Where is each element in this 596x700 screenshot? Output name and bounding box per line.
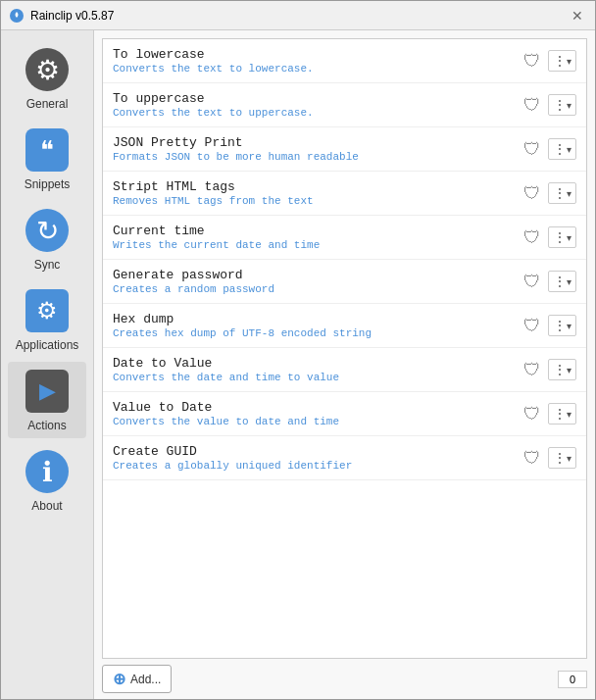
sidebar-icon-actions [24, 368, 71, 415]
dots-icon: ⋮ [553, 450, 566, 466]
content-area: To lowercase Converts the text to lowerc… [94, 30, 595, 699]
list-item[interactable]: Stript HTML tags Removes HTML tags from … [103, 172, 586, 216]
list-item-desc-2: Formats JSON to be more human readable [113, 151, 521, 163]
list-item-actions-8: 🛡 ⋮ ▾ [521, 402, 576, 425]
list-item-text-7: Date to Value Converts the date and time… [113, 356, 521, 383]
title-bar-title: Rainclip v0.5.87 [30, 9, 114, 23]
dots-icon: ⋮ [553, 274, 566, 289]
sidebar-label-snippets: Snippets [25, 177, 71, 191]
menu-button-2[interactable]: ⋮ ▾ [548, 138, 576, 160]
sidebar-label-applications: Applications [16, 338, 79, 352]
list-item-text-2: JSON Pretty Print Formats JSON to be mor… [113, 135, 521, 163]
menu-button-7[interactable]: ⋮ ▾ [548, 359, 576, 380]
add-icon: ⊕ [113, 670, 125, 688]
play-icon [25, 370, 69, 413]
menu-button-1[interactable]: ⋮ ▾ [548, 94, 576, 116]
list-item-actions-6: 🛡 ⋮ ▾ [521, 314, 576, 337]
shield-icon: 🛡 [521, 358, 544, 381]
list-item-actions-9: 🛡 ⋮ ▾ [521, 446, 576, 470]
list-item[interactable]: Date to Value Converts the date and time… [103, 348, 586, 392]
list-item-text-6: Hex dump Creates hex dump of UTF-8 encod… [113, 312, 521, 339]
title-bar: Rainclip v0.5.87 ✕ [1, 1, 595, 30]
menu-button-4[interactable]: ⋮ ▾ [548, 226, 576, 248]
dots-icon: ⋮ [553, 53, 566, 69]
dots-icon: ⋮ [553, 141, 566, 157]
chevron-icon: ▾ [567, 232, 571, 243]
list-item-text-4: Current time Writes the current date and… [113, 224, 521, 251]
chevron-icon: ▾ [567, 409, 571, 420]
list-item-desc-0: Converts the text to lowercase. [113, 63, 521, 75]
sidebar-item-sync[interactable]: Sync [8, 201, 86, 277]
list-item-actions-3: 🛡 ⋮ ▾ [521, 181, 576, 205]
list-item-text-9: Create GUID Creates a globally uniqued i… [113, 444, 521, 472]
shield-icon: 🛡 [521, 402, 544, 425]
list-item[interactable]: To uppercase Converts the text to upperc… [103, 83, 586, 127]
sidebar-item-actions[interactable]: Actions [8, 362, 86, 438]
chevron-icon: ▾ [567, 100, 571, 111]
chevron-icon: ▾ [567, 365, 571, 375]
sidebar-item-general[interactable]: General [8, 40, 86, 117]
shield-icon: 🛡 [521, 225, 544, 249]
close-button[interactable]: ✕ [568, 6, 587, 25]
list-item[interactable]: Current time Writes the current date and… [103, 216, 586, 260]
list-item-title-7: Date to Value [113, 356, 521, 371]
list-item-desc-4: Writes the current date and time [113, 239, 521, 251]
list-item[interactable]: Generate password Creates a random passw… [103, 260, 586, 304]
list-item-desc-1: Converts the text to uppercase. [113, 107, 521, 119]
shield-icon: 🛡 [521, 137, 544, 161]
shield-icon: 🛡 [521, 446, 544, 470]
sidebar-item-snippets[interactable]: Snippets [8, 121, 86, 197]
chevron-icon: ▾ [567, 144, 571, 155]
list-item[interactable]: Create GUID Creates a globally uniqued i… [103, 436, 586, 480]
list-item-text-8: Value to Date Converts the value to date… [113, 400, 521, 427]
list-item-text-0: To lowercase Converts the text to lowerc… [113, 47, 521, 75]
list-item[interactable]: Hex dump Creates hex dump of UTF-8 encod… [103, 304, 586, 348]
add-button[interactable]: ⊕ Add... [102, 665, 172, 693]
list-item-actions-7: 🛡 ⋮ ▾ [521, 358, 576, 381]
sidebar-label-sync: Sync [34, 258, 61, 272]
list-item-title-3: Stript HTML tags [113, 179, 521, 194]
main-window: Rainclip v0.5.87 ✕ General Snippets [0, 0, 596, 700]
chevron-icon: ▾ [567, 188, 571, 199]
menu-button-6[interactable]: ⋮ ▾ [548, 315, 576, 336]
list-item-title-4: Current time [113, 224, 521, 238]
main-content: General Snippets Sync Appl [1, 30, 595, 699]
sidebar-item-applications[interactable]: Applications [8, 281, 86, 358]
menu-button-8[interactable]: ⋮ ▾ [548, 403, 576, 425]
list-item-actions-5: 🛡 ⋮ ▾ [521, 270, 576, 293]
menu-button-5[interactable]: ⋮ ▾ [548, 271, 576, 292]
shield-icon: 🛡 [521, 181, 544, 205]
list-item[interactable]: To lowercase Converts the text to lowerc… [103, 39, 586, 83]
list-item-title-6: Hex dump [113, 312, 521, 326]
sidebar-item-about[interactable]: About [8, 442, 86, 519]
chevron-icon: ▾ [567, 56, 571, 67]
list-item-text-1: To uppercase Converts the text to upperc… [113, 91, 521, 119]
list-item-actions-4: 🛡 ⋮ ▾ [521, 225, 576, 249]
quotes-icon [25, 128, 69, 172]
list-item-title-8: Value to Date [113, 400, 521, 415]
add-label: Add... [130, 673, 161, 686]
actions-list: To lowercase Converts the text to lowerc… [102, 38, 587, 659]
gear-icon [25, 48, 69, 91]
sidebar-label-about: About [31, 499, 62, 513]
counter-display: 0 [558, 671, 587, 688]
list-item[interactable]: Value to Date Converts the value to date… [103, 392, 586, 436]
sidebar-icon-general [24, 46, 71, 93]
list-item-actions-0: 🛡 ⋮ ▾ [521, 49, 576, 73]
menu-button-0[interactable]: ⋮ ▾ [548, 50, 576, 72]
chevron-icon: ▾ [567, 276, 571, 287]
chevron-icon: ▾ [567, 321, 571, 331]
list-item-text-3: Stript HTML tags Removes HTML tags from … [113, 179, 521, 207]
sync-icon [25, 209, 69, 252]
menu-button-9[interactable]: ⋮ ▾ [548, 447, 576, 469]
sidebar-label-general: General [26, 97, 69, 111]
info-icon [25, 450, 69, 493]
list-item[interactable]: JSON Pretty Print Formats JSON to be mor… [103, 127, 586, 172]
sidebar-label-actions: Actions [27, 419, 66, 432]
shield-icon: 🛡 [521, 314, 544, 337]
list-item-text-5: Generate password Creates a random passw… [113, 268, 521, 295]
shield-icon: 🛡 [521, 93, 544, 117]
dots-icon: ⋮ [553, 185, 566, 201]
sidebar-icon-sync [24, 207, 71, 254]
menu-button-3[interactable]: ⋮ ▾ [548, 182, 576, 204]
